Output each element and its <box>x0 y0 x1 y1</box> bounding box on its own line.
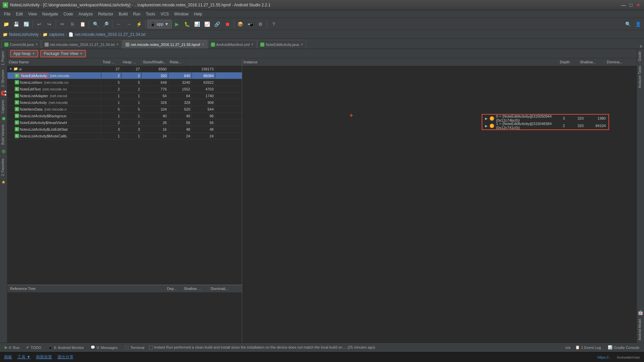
todo-status-btn[interactable]: ✔ TODO <box>24 345 43 350</box>
redo-icon[interactable]: ↪ <box>45 19 54 29</box>
menu-analyze[interactable]: Analyze <box>76 10 96 18</box>
project-tab[interactable]: 1: Project <box>0 49 7 67</box>
exit-share-link[interactable]: 退出分享 <box>57 354 73 360</box>
url-link[interactable]: https://... <box>597 355 611 359</box>
table-row-modecallb[interactable]: C NotesListActivity$ModeCallb. 1 1 24 24… <box>7 133 242 139</box>
package-tree-view-dropdown[interactable]: Package Tree View ▼ <box>40 50 86 57</box>
table-row-noteslistadapter[interactable]: C NotesListAdapter (net.micod 1 1 64 64 … <box>7 93 242 99</box>
undo-icon[interactable]: ↩ <box>35 19 44 29</box>
run-button[interactable]: ▶ <box>172 19 182 29</box>
tab-txt[interactable]: net.micode.notes_2016.11.27_21.34.txt ✕ <box>42 40 122 49</box>
menu-code[interactable]: Code <box>61 10 76 18</box>
menu-edit[interactable]: Edit <box>13 10 25 18</box>
table-row-noteslistactivity[interactable]: C NotesListActivity (net.micode 1 1 328 … <box>7 99 242 106</box>
android-monitor-btn[interactable]: 📱 6: Android Monitor <box>46 345 86 350</box>
terminal-btn[interactable]: ⬛ Terminal <box>122 345 147 350</box>
instance-row-1[interactable]: ▶ ! 1 = {NoteEditActivity@315048384 (0x1… <box>482 122 608 129</box>
search-icon[interactable]: 🔍 <box>91 19 100 29</box>
coverage-button[interactable]: 📊 <box>193 19 202 29</box>
table-row-noteslistitem[interactable]: C NotesListItem (net.micode.no 5 5 648 3… <box>7 79 242 86</box>
menu-navigate[interactable]: Navigate <box>40 10 61 18</box>
sync-icon[interactable]: 🔄 <box>21 19 31 29</box>
table-row-background[interactable]: C NotesListActivity$Backgroun 1 1 40 40 … <box>7 113 242 119</box>
run-nav-icon[interactable]: ⚡ <box>134 19 144 29</box>
android-sdk-manager-icon[interactable]: 📦 <box>236 19 245 29</box>
cut-icon[interactable]: ✂ <box>58 19 67 29</box>
table-row-noteitemdata[interactable]: C NoteItemData (net.micode.n 5 5 104 520… <box>7 106 242 113</box>
tab-noteedit[interactable]: NoteEditActivity.java ✕ <box>257 40 306 49</box>
messages-btn[interactable]: 💬 0: Messages <box>89 345 119 350</box>
expand-ui-icon[interactable]: ▼ <box>9 67 13 71</box>
instance-row-0[interactable]: ▶ ! 0 = {NoteEditActivity@315050944 (0x1… <box>482 115 608 122</box>
paste-icon[interactable]: 📋 <box>78 19 87 29</box>
maximize-button[interactable]: □ <box>628 2 634 8</box>
menu-refactor[interactable]: Refactor <box>96 10 116 18</box>
tab-commutil[interactable]: CommUtil.java ✕ <box>1 40 41 49</box>
tab-close-txt[interactable]: ✕ <box>116 43 119 46</box>
structure-tab[interactable]: 2: Structure <box>0 67 7 89</box>
user-icon[interactable]: 👤 <box>633 19 643 29</box>
forward-icon[interactable]: → <box>124 19 133 29</box>
minimize-button[interactable]: — <box>621 2 627 8</box>
table-row-headviewh[interactable]: C NoteEditActivity$HeadViewH 2 2 28 56 5… <box>7 119 242 126</box>
tab-close-manifest[interactable]: ✕ <box>251 43 254 46</box>
table-row-ui[interactable]: ▼ 📁 ui 27 27 6560 158173 <box>7 66 242 72</box>
back-icon[interactable]: ← <box>114 19 123 29</box>
menu-window[interactable]: Window <box>171 10 191 18</box>
android-model-tab[interactable]: Android Model <box>637 316 644 343</box>
tab-close-hprof[interactable]: ✕ <box>202 43 204 46</box>
run-status-btn[interactable]: ▶ 4: Run <box>3 345 21 350</box>
debug-button[interactable]: 🐛 <box>182 19 192 29</box>
stop-button[interactable]: ⏹ <box>223 19 232 29</box>
menu-run[interactable]: Run <box>130 10 143 18</box>
add-icon[interactable]: ⊕ <box>0 147 7 156</box>
menu-tools[interactable]: Tools <box>143 10 158 18</box>
app-heap-dropdown[interactable]: App heap ▼ <box>10 50 38 57</box>
build-variants-tab[interactable]: Build Variants <box>0 122 7 147</box>
captures-tab[interactable]: Captures <box>0 98 7 116</box>
expand-inst-1[interactable]: ▶ <box>485 124 488 128</box>
copy-icon[interactable]: ⎘ <box>68 19 77 29</box>
gradle-console-icon: 📊 <box>608 345 612 350</box>
tools-link[interactable]: 工具 ▼ <box>17 354 31 360</box>
menu-vcs[interactable]: VCS <box>158 10 172 18</box>
replace-icon[interactable]: 🔎 <box>101 19 110 29</box>
breadcrumb-captures[interactable]: captures <box>49 32 64 37</box>
help-icon[interactable]: ? <box>269 19 278 29</box>
tab-overflow-button[interactable]: ≡ <box>638 44 644 49</box>
gradle-console-btn[interactable]: 📊 Gradle Console <box>606 345 641 350</box>
breadcrumb-file[interactable]: net.micode.notes_2016.11.27_21.34.txt <box>75 32 146 37</box>
expand-inst-0[interactable]: ▶ <box>485 117 488 120</box>
gradle-tab[interactable]: Gradle <box>637 49 644 63</box>
favorites-tab[interactable]: 2: Favorites <box>0 156 7 178</box>
breadcrumb-project[interactable]: NotesListActivity <box>9 32 39 37</box>
star-icon[interactable]: ★ <box>0 178 7 186</box>
close-button[interactable]: ✕ <box>635 2 641 8</box>
menu-view[interactable]: View <box>25 10 40 18</box>
attach-button[interactable]: 🔗 <box>213 19 222 29</box>
open-folder-icon[interactable]: 📁 <box>1 19 11 29</box>
avd-manager-icon[interactable]: 📲 <box>246 19 255 29</box>
tab-close-commutil[interactable]: ✕ <box>35 43 38 46</box>
magnet-icon[interactable]: 🧲 <box>0 89 7 98</box>
event-log-btn[interactable]: 📋 1 Event Log <box>573 345 603 350</box>
tab-close-noteedit[interactable]: ✕ <box>301 43 303 46</box>
panel-link[interactable]: 画板 <box>4 354 12 360</box>
tab-hprof[interactable]: net.micode.notes_2016.11.27_21.55.hprof … <box>122 40 207 49</box>
analyzer-tasks-tab[interactable]: Analyzer Tasks <box>637 63 644 90</box>
table-row-noteeditactivity[interactable]: C NoteEditActivity (net.micode. 2 2 320 … <box>7 72 242 79</box>
screen-settings-link[interactable]: 画面设置 <box>36 354 52 360</box>
menu-file[interactable]: File <box>1 10 13 18</box>
tab-manifest[interactable]: AndroidManifest.xml ✕ <box>208 40 257 49</box>
save-icon[interactable]: 💾 <box>11 19 21 29</box>
menu-build[interactable]: Build <box>116 10 130 18</box>
menu-help[interactable]: Help <box>191 10 205 18</box>
settings-icon[interactable]: ⚙ <box>256 19 265 29</box>
instant-run-checkbox[interactable] <box>149 346 153 350</box>
status-bar: ▶ 4: Run ✔ TODO 📱 6: Android Monitor 💬 0… <box>0 343 644 352</box>
run-configuration-dropdown[interactable]: 📱 app ▼ <box>147 20 172 28</box>
table-row-noteedittext[interactable]: C NoteEditText (net.micode.no 2 2 776 15… <box>7 86 242 93</box>
table-row-listedistat[interactable]: C NotesListActivity$ListEditStat 3 3 16 … <box>7 126 242 133</box>
global-search-icon[interactable]: 🔍 <box>623 19 633 29</box>
profile-button[interactable]: 📈 <box>203 19 212 29</box>
